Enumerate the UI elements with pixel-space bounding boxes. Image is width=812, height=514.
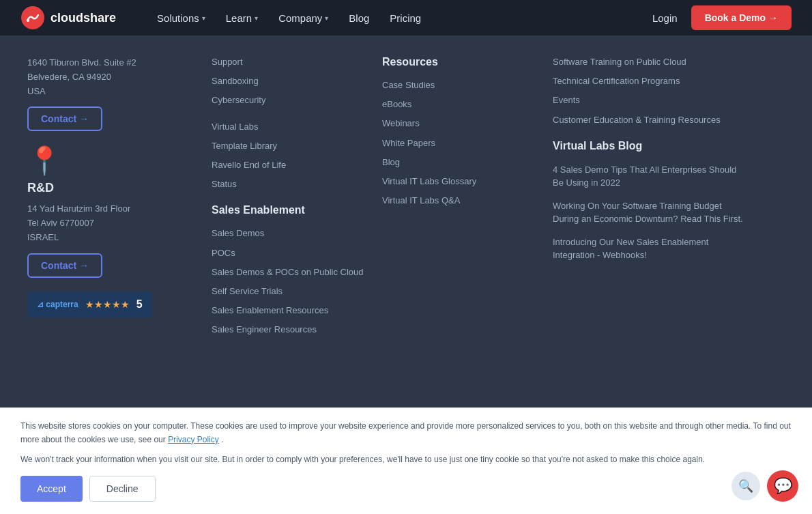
- ravello-link[interactable]: Ravello End of Life: [212, 159, 368, 171]
- support-links: Support Sandboxing Cybersecurity: [212, 56, 368, 107]
- cookie-text-1: This website stores cookies on your comp…: [20, 420, 792, 446]
- capterra-score: 5: [136, 298, 143, 311]
- nav-right: Login Book a Demo →: [652, 5, 792, 30]
- blog-column: Software Training on Public Cloud Techni…: [553, 56, 744, 343]
- decline-button[interactable]: Decline: [89, 476, 156, 502]
- address-column: 1640 Tiburon Blvd. Suite #2 Belvedere, C…: [27, 56, 198, 343]
- support-link[interactable]: Support: [212, 56, 368, 68]
- self-service-link[interactable]: Self Service Trials: [212, 285, 368, 298]
- case-studies-link[interactable]: Case Studies: [382, 79, 539, 91]
- cookie-buttons: Accept Decline: [20, 476, 792, 502]
- bottom-right-icons: 🔍 💬: [731, 470, 798, 502]
- resources-header: Resources: [382, 56, 539, 68]
- nav-pricing[interactable]: Pricing: [390, 12, 421, 24]
- location-icon: 📍: [27, 145, 198, 177]
- nav-learn[interactable]: Learn ▾: [226, 12, 258, 24]
- nav-blog[interactable]: Blog: [349, 12, 369, 24]
- book-demo-button[interactable]: Book a Demo →: [691, 5, 792, 30]
- capterra-stars: ★★★★★: [85, 299, 130, 310]
- virtual-labs-link[interactable]: Virtual Labs: [212, 121, 368, 133]
- nav-company[interactable]: Company ▾: [278, 12, 328, 24]
- pocs-link[interactable]: POCs: [212, 247, 368, 259]
- footer-content: 1640 Tiburon Blvd. Suite #2 Belvedere, C…: [0, 35, 812, 370]
- blog-link[interactable]: Blog: [382, 156, 539, 169]
- sandboxing-link[interactable]: Sandboxing: [212, 75, 368, 87]
- capterra-badge[interactable]: ⊿ capterra ★★★★★ 5: [27, 291, 152, 317]
- sales-engineer-link[interactable]: Sales Engineer Resources: [212, 324, 368, 336]
- rd-section: 📍 R&D 14 Yad Harutzim 3rd Floor Tel Aviv…: [27, 145, 198, 277]
- login-link[interactable]: Login: [652, 12, 678, 24]
- sales-demos-pocs-link[interactable]: Sales Demos & POCs on Public Cloud: [212, 266, 368, 279]
- footer-grid: 1640 Tiburon Blvd. Suite #2 Belvedere, C…: [27, 56, 785, 343]
- virtual-it-glossary-link[interactable]: Virtual IT Labs Glossary: [382, 175, 539, 188]
- support-usecases-column: Support Sandboxing Cybersecurity Virtual…: [212, 56, 368, 343]
- virtual-it-qa-link[interactable]: Virtual IT Labs Q&A: [382, 195, 539, 207]
- resources-column: Resources Case Studies eBooks Webinars W…: [382, 56, 539, 343]
- rd-address-text: 14 Yad Harutzim 3rd Floor Tel Aviv 67700…: [27, 202, 198, 244]
- status-link[interactable]: Status: [212, 178, 368, 190]
- cybersecurity-link[interactable]: Cybersecurity: [212, 94, 368, 106]
- sales-enablement-section: Sales Enablement Sales Demos POCs Sales …: [212, 204, 368, 336]
- svg-point-1: [27, 19, 29, 22]
- chat-bubble-icon[interactable]: 💬: [767, 470, 798, 502]
- blog-post-3-link[interactable]: Introducing Our New Sales Enablement Int…: [553, 235, 744, 262]
- search-icon[interactable]: 🔍: [731, 472, 760, 500]
- nav-links: Solutions ▾ Learn ▾ Company ▾ Blog Prici…: [157, 12, 421, 24]
- cookie-text-2: We won't track your information when you…: [20, 453, 792, 466]
- sales-enablement-header: Sales Enablement: [212, 204, 368, 216]
- nav-solutions[interactable]: Solutions ▾: [157, 12, 205, 24]
- rd-label: R&D: [27, 181, 198, 195]
- hq-contact-button[interactable]: Contact →: [27, 106, 102, 131]
- ebooks-link[interactable]: eBooks: [382, 98, 539, 111]
- blog-post-2-link[interactable]: Working On Your Software Training Budget…: [553, 199, 744, 226]
- chevron-down-icon: ▾: [325, 14, 328, 22]
- cookie-banner: This website stores cookies on your comp…: [0, 408, 812, 514]
- hq-address-text: 1640 Tiburon Blvd. Suite #2 Belvedere, C…: [27, 56, 198, 98]
- software-training-link[interactable]: Software Training on Public Cloud: [553, 56, 744, 68]
- webinars-link[interactable]: Webinars: [382, 117, 539, 130]
- hq-address: 1640 Tiburon Blvd. Suite #2 Belvedere, C…: [27, 56, 198, 131]
- customer-education-link[interactable]: Customer Education & Training Resources: [553, 114, 744, 126]
- technical-cert-link[interactable]: Technical Certification Programs: [553, 75, 744, 87]
- blog-post-1-link[interactable]: 4 Sales Demo Tips That All Enterprises S…: [553, 163, 744, 190]
- virtual-labs-blog-header: Virtual Labs Blog: [553, 140, 744, 152]
- chevron-down-icon: ▾: [255, 14, 258, 22]
- rd-contact-button[interactable]: Contact →: [27, 253, 102, 278]
- logo-text: cloudshare: [50, 11, 116, 25]
- privacy-policy-link[interactable]: Privacy Policy: [168, 435, 219, 444]
- template-library-link[interactable]: Template Library: [212, 140, 368, 152]
- cloudshare-links: Software Training on Public Cloud Techni…: [553, 56, 744, 126]
- logo-link[interactable]: cloudshare: [20, 5, 116, 30]
- use-cases-links: Virtual Labs Template Library Ravello En…: [212, 121, 368, 191]
- chevron-down-icon: ▾: [202, 14, 205, 22]
- accept-button[interactable]: Accept: [20, 476, 83, 502]
- logo-icon: [20, 5, 45, 30]
- white-papers-link[interactable]: White Papers: [382, 137, 539, 149]
- capterra-icon: ⊿ capterra: [37, 300, 78, 309]
- navbar: cloudshare Solutions ▾ Learn ▾ Company ▾…: [0, 0, 812, 35]
- sales-enablement-resources-link[interactable]: Sales Enablement Resources: [212, 304, 368, 317]
- sales-demos-link[interactable]: Sales Demos: [212, 227, 368, 240]
- events-link[interactable]: Events: [553, 94, 744, 106]
